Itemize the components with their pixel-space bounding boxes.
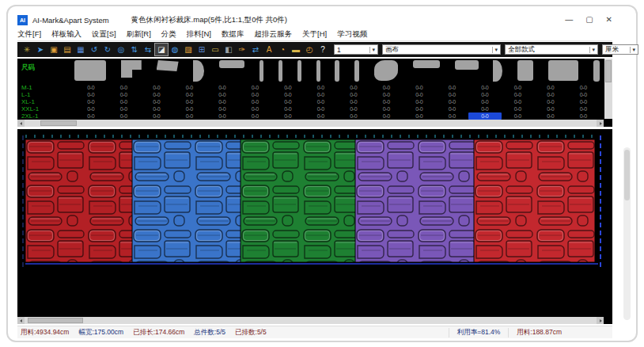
pattern-piece-thumbnail[interactable]: [219, 60, 244, 68]
count-cell[interactable]: 0-0: [567, 98, 600, 105]
count-cell[interactable]: 0-0: [140, 105, 173, 112]
scroll-left-arrow-icon[interactable]: [17, 120, 25, 127]
grid-icon[interactable]: ▦: [74, 44, 87, 55]
copies-combo[interactable]: 1▾: [334, 44, 378, 55]
count-cell[interactable]: 0-0: [502, 98, 535, 105]
count-cell[interactable]: 0-0: [239, 84, 272, 91]
save-icon[interactable]: ▤: [61, 44, 74, 55]
menu-item-refresh[interactable]: 刷新[R]: [127, 29, 151, 40]
count-cell[interactable]: 0-0: [108, 98, 141, 105]
menu-item-tutorial-videos[interactable]: 学习视频: [337, 29, 367, 40]
count-cell[interactable]: 0-0: [108, 112, 141, 120]
count-cell[interactable]: 0-0: [239, 98, 272, 105]
image-icon[interactable]: ▨: [182, 44, 195, 55]
count-cell[interactable]: 0-0: [370, 84, 403, 91]
help-icon[interactable]: ?: [316, 44, 329, 55]
scroll-right-arrow-icon[interactable]: [597, 317, 604, 324]
text-icon[interactable]: A: [263, 44, 275, 55]
ruler-icon[interactable]: ▭: [209, 44, 222, 55]
count-cell[interactable]: 0-0: [403, 84, 436, 91]
style-filter-combo[interactable]: 全部款式▾: [505, 44, 598, 55]
marker-block-red-1[interactable]: [25, 139, 132, 262]
pattern-piece-thumbnail[interactable]: [121, 60, 142, 78]
count-cell[interactable]: 0-0: [534, 112, 567, 120]
table-hscroll-thumb[interactable]: [40, 120, 77, 126]
count-cell[interactable]: 0-0: [206, 84, 239, 91]
redo-icon[interactable]: ↻: [101, 44, 114, 55]
count-cell[interactable]: 0-0: [206, 105, 239, 112]
count-cell[interactable]: 0-0: [305, 105, 338, 112]
canvas-horizontal-scrollbar[interactable]: [17, 317, 604, 324]
pattern-piece-thumbnail[interactable]: [259, 60, 263, 82]
pattern-piece-thumbnail[interactable]: [493, 60, 502, 82]
count-cell[interactable]: 0-0: [337, 98, 370, 105]
count-cell[interactable]: 0-0: [206, 91, 239, 98]
count-cell[interactable]: 0-0: [206, 98, 239, 105]
count-cell[interactable]: 0-0: [305, 112, 338, 120]
fit-horizontal-icon[interactable]: ⇆: [142, 44, 154, 55]
canvas-hscroll-thumb[interactable]: [28, 318, 83, 323]
count-cell[interactable]: 0-0: [239, 91, 272, 98]
table-horizontal-scrollbar[interactable]: [17, 120, 604, 127]
count-cell[interactable]: 0-0: [108, 84, 141, 91]
count-cell[interactable]: 0-0: [108, 105, 141, 112]
pattern-piece-thumbnail[interactable]: [297, 60, 301, 82]
count-cell[interactable]: 0-0: [173, 105, 206, 112]
table-vscroll-thumb[interactable]: [605, 60, 612, 82]
count-cell[interactable]: 0-0: [271, 105, 305, 112]
count-cell[interactable]: 0-0: [337, 91, 370, 98]
count-cell[interactable]: 0-0: [567, 84, 600, 91]
count-cell[interactable]: 0-0: [534, 105, 567, 112]
count-cell[interactable]: 0-0: [502, 105, 535, 112]
pattern-icon[interactable]: ✳: [21, 44, 33, 55]
count-cell[interactable]: 0-0: [436, 112, 469, 120]
pie-icon[interactable]: ◔: [276, 44, 289, 55]
pattern-piece-thumbnail[interactable]: [193, 60, 204, 82]
count-cell[interactable]: 0-0: [370, 112, 403, 120]
undo-icon[interactable]: ↺: [88, 44, 100, 55]
count-cell[interactable]: 0-0: [403, 91, 436, 98]
count-cell[interactable]: 0-0: [173, 98, 206, 105]
menu-item-cloud-nesting[interactable]: 超排云服务: [255, 29, 293, 40]
count-cell[interactable]: 0-0: [403, 112, 436, 120]
count-cell[interactable]: 0-0: [140, 112, 173, 120]
chevron-down-icon[interactable]: ▾: [492, 47, 498, 53]
count-cell[interactable]: 0-0: [74, 112, 108, 120]
count-cell[interactable]: 0-0: [502, 112, 535, 120]
close-button[interactable]: ✕: [606, 16, 612, 24]
count-cell[interactable]: 0-0: [436, 84, 469, 91]
count-cell[interactable]: 0-0: [140, 98, 173, 105]
chevron-down-icon[interactable]: ▾: [369, 47, 375, 53]
chevron-down-icon[interactable]: ▾: [589, 47, 595, 53]
marker-block-red-2[interactable]: [474, 139, 595, 262]
count-cell[interactable]: 0-0: [567, 112, 600, 120]
count-cell[interactable]: 0-0: [173, 84, 206, 91]
count-cell[interactable]: 0-0: [74, 84, 108, 91]
select-arrow-icon[interactable]: ➤: [34, 44, 47, 55]
count-cell[interactable]: 0-0: [567, 105, 600, 112]
count-cell[interactable]: 0-0: [74, 98, 108, 105]
pattern-piece-thumbnail[interactable]: [374, 60, 398, 81]
pattern-piece-thumbnail[interactable]: [335, 60, 339, 82]
pattern-piece-thumbnail[interactable]: [354, 60, 359, 82]
pattern-piece-thumbnail[interactable]: [157, 60, 179, 71]
menu-item-nesting[interactable]: 排料[N]: [187, 29, 211, 40]
count-cell[interactable]: 0-0: [468, 105, 502, 112]
pattern-piece-thumbnail[interactable]: [74, 60, 106, 81]
pattern-piece-thumbnail[interactable]: [413, 60, 440, 68]
canvas-vertical-scrollbar[interactable]: [623, 147, 631, 320]
minimize-button[interactable]: —: [565, 16, 573, 24]
canvas-combo[interactable]: 画布▾: [382, 44, 501, 55]
count-cell[interactable]: 0-0: [108, 91, 141, 98]
pattern-piece-thumbnail[interactable]: [278, 60, 282, 82]
count-cell[interactable]: 0-0: [502, 91, 535, 98]
menu-item-file[interactable]: 文件[F]: [17, 29, 41, 40]
count-cell[interactable]: 0-0: [173, 91, 206, 98]
menu-item-pattern-input[interactable]: 样板输入: [51, 29, 81, 40]
count-cell[interactable]: 0-0: [468, 98, 502, 105]
count-cell[interactable]: 0-0: [305, 98, 338, 105]
scroll-left-arrow-icon[interactable]: [17, 317, 25, 324]
marker-block-purple[interactable]: [355, 139, 474, 262]
menu-item-about[interactable]: 关于[H]: [302, 29, 327, 40]
chevron-down-icon[interactable]: ▾: [630, 47, 635, 53]
